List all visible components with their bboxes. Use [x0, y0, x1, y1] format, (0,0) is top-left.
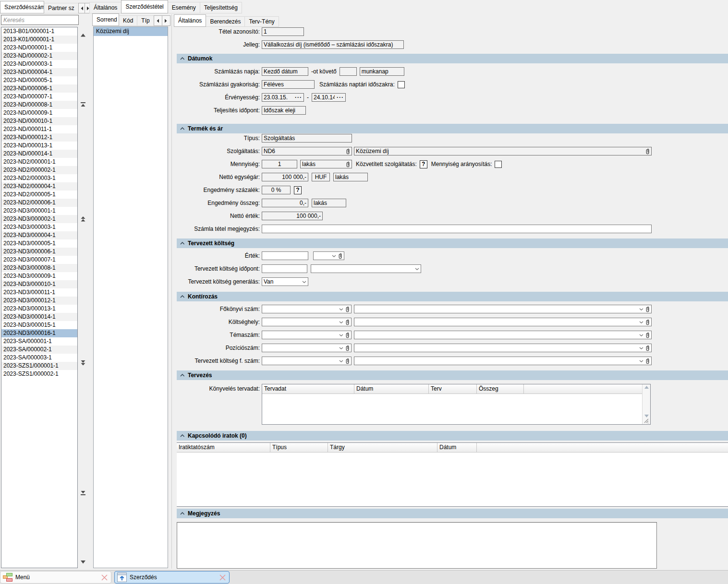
engedmeny-szazalek-input[interactable] — [262, 186, 291, 194]
contract-list-item[interactable]: 2023-ND3/000013-1 — [1, 305, 77, 313]
grid-column-header[interactable]: Iratiktatószám — [177, 443, 270, 453]
paperclip-icon[interactable] — [345, 332, 350, 338]
munkanap-input[interactable] — [360, 67, 404, 76]
ertek-devizanem-combo[interactable] — [313, 251, 344, 260]
item-order-tab[interactable]: Típ — [137, 15, 154, 26]
ervenyesseg-from-field[interactable]: 23.03.15. ··· — [262, 93, 304, 102]
naptari-idoszak-checkbox[interactable] — [398, 81, 405, 88]
megjegyzes-textarea[interactable] — [177, 522, 657, 569]
paperclip-icon[interactable] — [645, 306, 650, 312]
tervezett-koltseg-idopont-input[interactable] — [262, 264, 307, 273]
contract-list-item[interactable]: 2023-ND/000004-1 — [1, 68, 77, 76]
tetel-azonosito-input[interactable] — [262, 27, 304, 36]
szolgaltatas-kod-field[interactable]: ND6 — [262, 147, 352, 155]
section-header-termek[interactable]: Termék és ár — [177, 124, 728, 133]
taskbar-tab-szerzodes[interactable]: Szerződés — [114, 571, 230, 584]
contract-list-item[interactable]: 2023-SA/000003-1 — [1, 354, 77, 362]
contract-list-item[interactable]: 2023-ND3/000010-1 — [1, 280, 77, 288]
szamlazasi-gyakorisag-input[interactable] — [262, 80, 315, 89]
section-header-megjegyzes[interactable]: Megjegyzés — [177, 509, 728, 518]
contract-list-item[interactable]: 2023-ND/000006-1 — [1, 84, 77, 93]
main-tab[interactable]: Esemény — [168, 2, 200, 13]
date-browse-icon[interactable]: ··· — [337, 94, 344, 101]
contract-list-item[interactable]: 2023-ND2/000006-1 — [1, 199, 77, 207]
contract-list-item[interactable]: 2023-ND3/000008-1 — [1, 264, 77, 272]
contract-list-item[interactable]: 2023-ND/000012-1 — [1, 133, 77, 142]
paperclip-icon[interactable] — [345, 319, 350, 325]
paperclip-icon[interactable] — [645, 148, 650, 155]
close-icon[interactable] — [100, 573, 109, 582]
grid-column-header[interactable]: Típus — [270, 443, 328, 453]
szolgaltatas-nev-field[interactable]: Közüzemi díj — [354, 147, 652, 155]
engedmeny-osszeg-input[interactable] — [262, 199, 308, 207]
contract-list-item[interactable]: 2023-ND/000003-1 — [1, 60, 77, 68]
contract-list-item[interactable]: 2023-ND/000001-1 — [1, 44, 77, 52]
paperclip-icon[interactable] — [345, 358, 350, 364]
kontirozas-kod-combo[interactable] — [262, 344, 352, 352]
contract-list-item[interactable]: 2023-ND2/000001-1 — [1, 158, 77, 166]
contract-list-item[interactable]: 2023-ND3/000015-1 — [1, 321, 77, 329]
contract-list-item[interactable]: 2013-B01/000001-1 — [1, 27, 77, 36]
contract-list-item[interactable]: 2023-ND3/000016-1 — [1, 329, 77, 337]
kontirozas-kod-combo[interactable] — [262, 357, 352, 365]
contract-list-item[interactable]: 2023-ND/000011-1 — [1, 125, 77, 133]
grid-column-header[interactable]: Terv — [429, 384, 477, 394]
aranyositas-checkbox[interactable] — [495, 161, 502, 168]
contract-list-item[interactable]: 2023-ND3/000012-1 — [1, 297, 77, 305]
left-panel-tab[interactable]: Szerződésszám — [0, 1, 44, 13]
jelleg-input[interactable] — [262, 40, 404, 49]
paperclip-icon[interactable] — [345, 306, 350, 312]
section-header-datumok[interactable]: Dátumok — [177, 54, 728, 63]
contract-list-item[interactable]: 2023-ND3/000005-1 — [1, 239, 77, 248]
tipus-input[interactable] — [262, 134, 352, 143]
section-header-kapcsolodo-iratok[interactable]: Kapcsolódó iratok (0) — [177, 431, 728, 441]
iratok-grid[interactable]: Iratiktatószám Típus Tárgy Dátum — [177, 442, 728, 507]
paperclip-icon[interactable] — [338, 253, 342, 259]
grid-column-header[interactable]: Tárgy — [328, 443, 437, 453]
paperclip-icon[interactable] — [645, 345, 650, 351]
tervezett-koltseg-generalas-combo[interactable]: Van — [262, 277, 308, 286]
detail-tab[interactable]: Berendezés — [206, 16, 245, 27]
paperclip-icon[interactable] — [345, 345, 350, 351]
contract-list-item[interactable]: 2023-ND/000010-1 — [1, 117, 77, 125]
contract-list-item[interactable]: 2023-SZS1/000002-1 — [1, 370, 77, 378]
close-icon[interactable] — [218, 573, 227, 582]
contract-item[interactable]: Közüzemi díj — [94, 27, 168, 36]
netto-egysegar-input[interactable] — [262, 173, 308, 181]
tervezes-grid[interactable]: Tervadat Dátum Terv Összeg — [262, 384, 651, 425]
item-tab-scroll-right-button[interactable] — [162, 15, 170, 26]
contract-list-item[interactable]: 2023-SZS1/000001-1 — [1, 362, 77, 370]
grid-column-header[interactable]: Tervadat — [262, 384, 354, 394]
taskbar-tab-menu[interactable]: Menü — [0, 571, 111, 584]
kontirozas-nev-combo[interactable] — [354, 318, 652, 326]
contract-list-item[interactable]: 2023-ND3/000009-1 — [1, 272, 77, 280]
contract-list-item[interactable]: 2023-ND/000008-1 — [1, 101, 77, 109]
contract-list-item[interactable]: 2023-ND2/000003-1 — [1, 174, 77, 182]
paperclip-icon[interactable] — [645, 358, 650, 364]
kontirozas-kod-combo[interactable] — [262, 305, 352, 313]
contract-list-item[interactable]: 2023-ND2/000002-1 — [1, 166, 77, 174]
kontirozas-nev-combo[interactable] — [354, 331, 652, 339]
scroll-down-icon[interactable] — [644, 415, 649, 417]
page-down-icon[interactable] — [81, 360, 86, 367]
contract-list-item[interactable]: 2023-ND/000005-1 — [1, 76, 77, 84]
szamlazas-offset-input[interactable] — [340, 67, 357, 76]
scroll-to-top-icon[interactable] — [81, 101, 86, 108]
contract-list-item[interactable]: 2023-ND3/000006-1 — [1, 248, 77, 256]
netto-ertek-input[interactable] — [262, 212, 323, 220]
detail-tab[interactable]: Általános — [174, 14, 206, 27]
mennyiseg-input[interactable] — [262, 160, 297, 168]
tab-scroll-left-button[interactable] — [78, 3, 85, 13]
contract-list-item[interactable]: 2023-ND3/000007-1 — [1, 256, 77, 264]
main-tab[interactable]: Szerződéstétel — [121, 0, 168, 13]
main-tab[interactable]: Általános — [89, 2, 121, 13]
engedmeny-help-button[interactable]: ? — [294, 186, 302, 194]
devizanem-input[interactable] — [312, 173, 330, 181]
contract-list-item[interactable]: 2023-ND3/000001-1 — [1, 207, 77, 215]
date-browse-icon[interactable]: ··· — [295, 94, 302, 101]
szamlazas-napja-input[interactable] — [262, 67, 308, 76]
paperclip-icon[interactable] — [645, 332, 650, 338]
item-order-tab[interactable]: Sorrend — [92, 13, 119, 26]
contract-list-item[interactable]: 2023-ND/000002-1 — [1, 52, 77, 60]
kontirozas-nev-combo[interactable] — [354, 357, 652, 365]
